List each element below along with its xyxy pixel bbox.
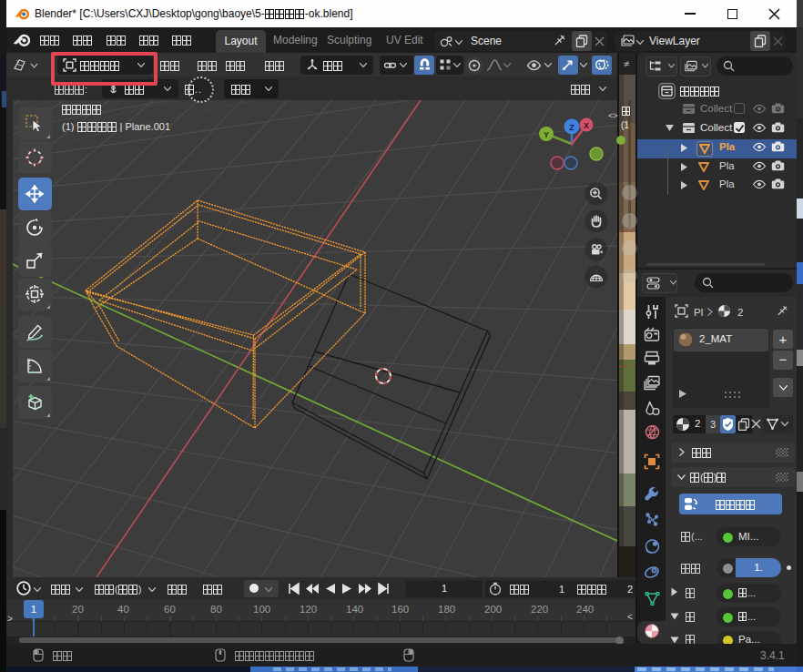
svg-text:X: X [584,121,589,130]
svg-text:Z: Z [569,123,574,132]
svg-text:Y: Y [544,130,549,139]
